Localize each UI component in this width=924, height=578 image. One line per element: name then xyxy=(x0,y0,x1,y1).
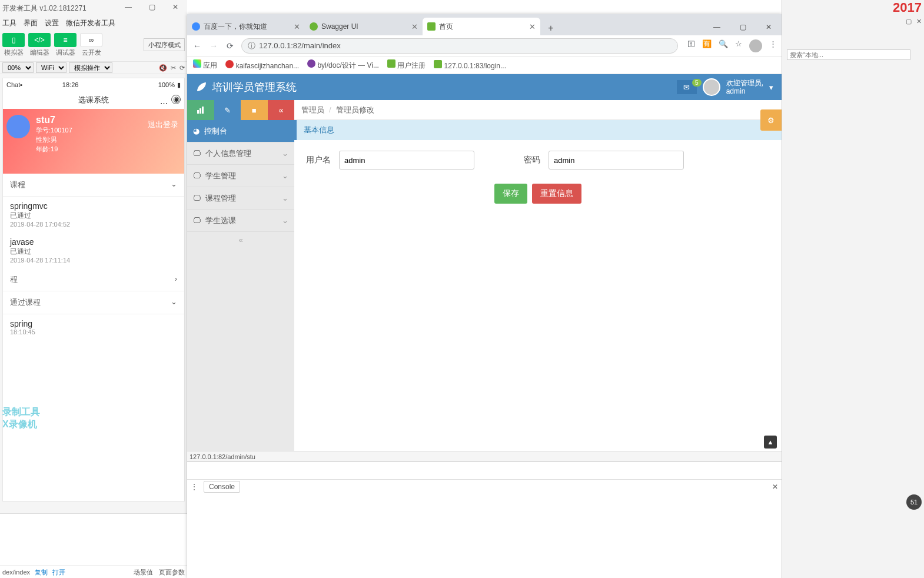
minimize-button[interactable]: — xyxy=(704,19,730,35)
zoom-icon[interactable]: 🔍 xyxy=(719,39,728,52)
site-icon xyxy=(225,60,234,68)
maximize-button[interactable]: ▢ xyxy=(140,0,164,14)
scene-link[interactable]: 场景值 xyxy=(134,566,153,578)
menu-settings[interactable]: 设置 xyxy=(45,18,59,28)
qa-share-button[interactable]: ∝ xyxy=(268,100,295,120)
devtools-menu: 工具 界面 设置 微信开发者工具 xyxy=(0,16,187,29)
settings-gear-button[interactable]: ⚙ xyxy=(760,109,782,131)
key-icon[interactable]: ⚿ xyxy=(687,39,695,52)
console-close-icon[interactable]: ✕ xyxy=(772,483,778,491)
panel-title: 基本信息 xyxy=(294,120,782,140)
password-input[interactable] xyxy=(549,151,684,170)
menu-interface[interactable]: 界面 xyxy=(24,18,38,28)
copy-link[interactable]: 复制 xyxy=(35,566,48,578)
close-button[interactable]: ✕ xyxy=(164,0,187,14)
password-label: 密码 xyxy=(524,155,540,165)
address-bar[interactable]: ⓘ 127.0.0.1:82/main/index xyxy=(241,38,678,54)
mode-select[interactable]: 小程序模式 xyxy=(144,38,185,51)
menu-wx[interactable]: 微信开发者工具 xyxy=(66,18,115,28)
chevron-down-icon: ⌄ xyxy=(171,297,177,308)
mail-button[interactable]: ✉ 5 xyxy=(677,80,697,94)
star-icon[interactable]: ☆ xyxy=(735,39,742,52)
tab-close-icon[interactable]: ✕ xyxy=(411,22,418,31)
save-button[interactable]: 保存 xyxy=(494,184,527,204)
cut-icon[interactable]: ✂ xyxy=(171,64,176,72)
devtools-window-controls: — ▢ ✕ xyxy=(117,0,187,14)
debugger-button[interactable]: ≡ xyxy=(54,33,77,47)
bookmark-item[interactable]: kaifascijizhanchan... xyxy=(225,60,299,70)
sidebar-profile[interactable]: 🖵 个人信息管理 ⌄ xyxy=(187,142,294,165)
bookmark-item[interactable]: byl/doc/设计 — Vi... xyxy=(307,59,379,71)
avatar[interactable] xyxy=(703,78,720,96)
maximize-button[interactable]: ▢ xyxy=(906,18,912,25)
network-select[interactable]: WiFi xyxy=(36,62,67,73)
course-item[interactable]: springmvc 已通过 2019-04-28 17:04:52 xyxy=(3,197,184,232)
reload-button[interactable]: ⟳ xyxy=(225,41,235,51)
svg-rect-1 xyxy=(200,108,201,114)
sidebar-students[interactable]: 🖵 学生管理 ⌄ xyxy=(187,165,294,187)
menu-tools[interactable]: 工具 xyxy=(2,18,16,28)
back-button[interactable]: ← xyxy=(192,41,202,51)
bookmark-item[interactable]: 用户注册 xyxy=(387,59,426,71)
tab-home[interactable]: 首页 ✕ xyxy=(423,18,540,35)
reset-button[interactable]: 重置信息 xyxy=(532,184,581,204)
ide-search-input[interactable] xyxy=(787,49,910,60)
collapse-sidebar-button[interactable]: « xyxy=(187,232,294,248)
mock-select[interactable]: 模拟操作 xyxy=(69,62,112,73)
qa-edit-button[interactable]: ✎ xyxy=(214,100,241,120)
tab-close-icon[interactable]: ✕ xyxy=(529,22,536,31)
tab-baidu[interactable]: 百度一下，你就知道 ✕ xyxy=(187,18,305,35)
tab-swagger[interactable]: Swagger UI ✕ xyxy=(305,18,423,35)
tab-close-icon[interactable]: ✕ xyxy=(294,22,300,31)
dashboard-icon: ◕ xyxy=(193,127,200,135)
passed-item[interactable]: spring 18:10:45 xyxy=(3,314,184,340)
qa-stats-button[interactable] xyxy=(187,100,214,120)
username-input[interactable] xyxy=(339,151,474,170)
sidebar-enroll[interactable]: 🖵 学生选课 ⌄ xyxy=(187,210,294,232)
section-cheng[interactable]: 程› xyxy=(3,268,184,291)
scroll-top-button[interactable]: ▲ xyxy=(764,436,777,449)
console-menu-icon[interactable]: ⋮ xyxy=(191,483,198,491)
time-label: 18:26 xyxy=(62,81,79,88)
chevron-down-icon[interactable]: ▾ xyxy=(769,83,773,92)
tray-count-icon[interactable]: 51 xyxy=(906,494,922,510)
course-item[interactable]: javase 已通过 2019-04-28 17:11:14 xyxy=(3,232,184,268)
sidebar-dashboard[interactable]: ◕ 控制台 xyxy=(187,120,294,142)
minimize-button[interactable]: — xyxy=(117,0,140,14)
close-button[interactable]: ✕ xyxy=(756,19,782,35)
open-link[interactable]: 打开 xyxy=(52,566,65,578)
breadcrumb-item[interactable]: 管理员 xyxy=(301,105,324,115)
breadcrumb-item: 管理员修改 xyxy=(336,105,374,115)
devtools-footer: dex/index 复制 打开 场景值 页面参数 xyxy=(0,513,187,578)
console-tab[interactable]: Console xyxy=(204,481,240,493)
apps-icon xyxy=(193,59,201,68)
leaf-icon xyxy=(427,22,436,31)
menu-icon[interactable]: ⋮ xyxy=(769,39,777,52)
cloud-button[interactable]: ∞ xyxy=(80,33,102,47)
logout-button[interactable]: 退出登录 xyxy=(148,119,178,130)
translate-icon[interactable]: 🈶 xyxy=(702,39,712,52)
apps-button[interactable]: 应用 xyxy=(193,59,217,71)
qa-box-button[interactable]: ■ xyxy=(241,100,268,120)
monitor-icon: 🖵 xyxy=(193,194,201,202)
monitor-icon: 🖵 xyxy=(193,149,201,158)
new-tab-button[interactable]: + xyxy=(544,21,558,35)
maximize-button[interactable]: ▢ xyxy=(730,19,756,35)
form-buttons: 保存 重置信息 xyxy=(294,180,782,207)
section-passed[interactable]: 通过课程⌄ xyxy=(3,291,184,314)
info-icon[interactable]: ⓘ xyxy=(248,41,255,51)
simulator-button[interactable]: ▯ xyxy=(2,33,25,47)
zoom-select[interactable]: 00% xyxy=(2,62,34,73)
profile-icon[interactable] xyxy=(749,39,762,52)
params-link[interactable]: 页面参数 xyxy=(159,566,185,578)
rotate-icon[interactable]: ⟳ xyxy=(180,64,185,72)
close-button[interactable]: ✕ xyxy=(916,18,922,25)
capsule-close-icon[interactable]: ◉ xyxy=(171,95,181,104)
sidebar-courses[interactable]: 🖵 课程管理 ⌄ xyxy=(187,187,294,210)
mute-icon[interactable]: 🔇 xyxy=(159,64,167,72)
bookmark-item[interactable]: 127.0.0.1:83/login... xyxy=(434,60,506,70)
editor-button[interactable]: </> xyxy=(28,33,51,47)
main-content: 管理员 / 管理员修改 基本信息 用户名 密码 保存 xyxy=(294,100,782,451)
section-mycourse[interactable]: 课程⌄ xyxy=(3,174,184,197)
forward-button[interactable]: → xyxy=(208,41,219,51)
